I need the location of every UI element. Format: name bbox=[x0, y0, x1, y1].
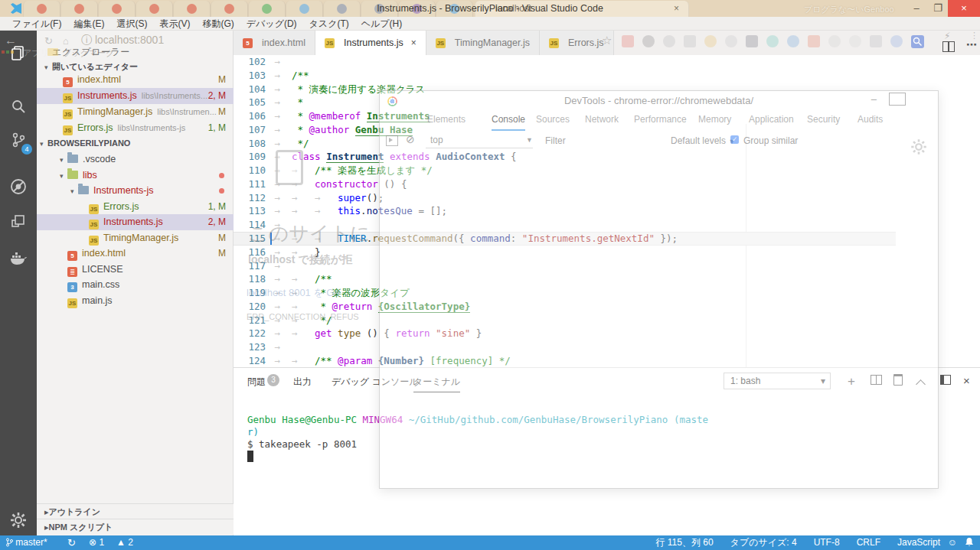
tree-item-TimingManager.js[interactable]: JSTimingManager.jsM bbox=[37, 230, 234, 246]
explorer-icon[interactable] bbox=[0, 37, 37, 70]
git-status-badge: 1, M bbox=[208, 120, 226, 136]
code-token bbox=[372, 355, 378, 366]
feedback-smiley-icon[interactable]: ☺ bbox=[948, 535, 957, 550]
tree-item-libs[interactable]: ▾libs bbox=[37, 168, 234, 184]
code-token: } bbox=[470, 327, 482, 339]
terminal-select[interactable]: 1: bash bbox=[724, 373, 831, 389]
menu-item-2[interactable]: 選択(S) bbox=[110, 17, 153, 31]
git-status-badge: M bbox=[218, 104, 226, 120]
code-token bbox=[361, 110, 367, 122]
code-line-123: 123 → bbox=[234, 340, 896, 354]
status-item-0[interactable]: 行 115、列 60 bbox=[655, 535, 713, 550]
code-token: : bbox=[511, 233, 522, 244]
source-control-icon[interactable]: 4 bbox=[0, 124, 37, 158]
code-line-105: 105 → * bbox=[234, 96, 896, 109]
title-bar: localhost× Instruments.js - BrowserilyPi… bbox=[0, 0, 980, 17]
errors-status[interactable]: ⊗ 1 bbox=[89, 535, 104, 550]
tab-index.html[interactable]: 5index.html bbox=[234, 31, 315, 55]
debug-icon[interactable] bbox=[0, 170, 37, 203]
search-icon[interactable] bbox=[0, 90, 37, 124]
code-token bbox=[430, 327, 436, 339]
tree-item-Instruments.js[interactable]: JSInstruments.js2, M bbox=[37, 214, 234, 230]
js-file-icon: JS bbox=[549, 38, 559, 48]
line-number: 124 bbox=[234, 354, 269, 367]
tree-item-Instruments-js[interactable]: ▾Instruments-js bbox=[37, 183, 234, 199]
code-token bbox=[349, 124, 355, 135]
line-number: 103 bbox=[234, 69, 269, 83]
folder-icon bbox=[67, 171, 78, 179]
menu-item-7[interactable]: ヘルプ(H) bbox=[355, 17, 409, 31]
code-token: class bbox=[292, 151, 321, 162]
maximize-panel-icon[interactable] bbox=[940, 374, 951, 387]
outline-section[interactable]: ▸アウトライン bbox=[37, 503, 241, 519]
item-name: libs bbox=[83, 170, 97, 181]
tab-TimingManager.js[interactable]: JSTimingManager.js bbox=[426, 31, 540, 55]
whitespace-tab: → bbox=[292, 314, 315, 327]
whitespace-tab: → bbox=[315, 232, 338, 246]
tree-item-main.js[interactable]: JSmain.js bbox=[37, 293, 234, 309]
close-icon[interactable]: × bbox=[411, 37, 416, 48]
panel-tab-問題[interactable]: 問題 bbox=[247, 376, 266, 389]
terminal-text: r) bbox=[247, 426, 259, 438]
panel-tab-デバッグ コンソール[interactable]: デバッグ コンソール bbox=[332, 376, 419, 389]
npm-scripts-section[interactable]: ▸NPM スクリプト bbox=[37, 519, 241, 535]
open-editor-index.html[interactable]: 5index.htmlM bbox=[37, 72, 234, 88]
notifications-bell-icon[interactable] bbox=[965, 535, 974, 550]
close-panel-icon[interactable]: × bbox=[963, 374, 970, 387]
tree-item-main.css[interactable]: 3main.css bbox=[37, 277, 234, 293]
menu-item-1[interactable]: 編集(E) bbox=[67, 17, 110, 31]
docker-icon[interactable] bbox=[0, 242, 37, 275]
panel-tab-出力[interactable]: 出力 bbox=[293, 376, 312, 389]
open-editor-TimingManager.js[interactable]: JSTimingManager.jslibs\Instrumen...M bbox=[37, 104, 234, 120]
code-token: * bbox=[292, 96, 303, 108]
git-branch-status[interactable]: master* bbox=[6, 535, 47, 550]
code-line-104: 104 → * 演奏に使用する楽器クラス bbox=[234, 83, 896, 96]
menu-item-6[interactable]: タスク(T) bbox=[303, 17, 355, 31]
file-path: libs\Instrumen... bbox=[157, 107, 217, 116]
status-item-3[interactable]: CRLF bbox=[857, 535, 880, 550]
tree-item-LICENSE[interactable]: ≣LICENSE bbox=[37, 262, 234, 278]
tree-item-index.html[interactable]: 5index.htmlM bbox=[37, 246, 234, 262]
code-line-118: 118 →→/** bbox=[234, 272, 896, 286]
whitespace-tab: → bbox=[292, 204, 315, 218]
sync-icon[interactable]: ↻ bbox=[67, 535, 76, 550]
minimize-button[interactable]: – bbox=[905, 0, 928, 17]
status-item-1[interactable]: タブのサイズ: 4 bbox=[730, 535, 797, 550]
open-editor-Instruments.js[interactable]: JSInstruments.jslibs\Instruments...2, M bbox=[37, 88, 234, 104]
tab-Errors.js[interactable]: JSErrors.js bbox=[540, 31, 614, 55]
project-header[interactable]: ▾BROWSERILYPIANO bbox=[37, 136, 237, 151]
tree-item-.vscode[interactable]: ▾.vscode bbox=[37, 151, 234, 168]
menu-item-0[interactable]: ファイル(F) bbox=[6, 17, 67, 31]
close-button[interactable]: × bbox=[948, 0, 980, 17]
menu-item-4[interactable]: 移動(G) bbox=[196, 17, 240, 31]
tree-item-Errors.js[interactable]: JSErrors.js1, M bbox=[37, 199, 234, 215]
code-line-108: 108 → */ bbox=[234, 137, 896, 151]
open-editor-Errors.js[interactable]: JSErrors.jslibs\Instruments-js1, M bbox=[37, 120, 234, 136]
problem-dot-badge bbox=[219, 173, 224, 178]
settings-gear-icon[interactable] bbox=[0, 503, 37, 537]
kill-terminal-icon[interactable] bbox=[893, 374, 903, 388]
code-token: get bbox=[315, 327, 332, 339]
status-item-2[interactable]: UTF-8 bbox=[814, 535, 840, 550]
menu-item-3[interactable]: 表示(V) bbox=[153, 17, 196, 31]
menu-item-5[interactable]: デバッグ(D) bbox=[240, 17, 303, 31]
restore-button[interactable]: ❐ bbox=[926, 0, 949, 17]
file-path: libs\Instruments... bbox=[142, 91, 207, 100]
code-editor[interactable]: 102 →103 →/**104 → * 演奏に使用する楽器クラス105 → *… bbox=[234, 55, 980, 367]
git-status-badge: 1, M bbox=[208, 199, 226, 215]
html-file-icon: 5 bbox=[63, 77, 73, 87]
terminal-line-0: Genbu Hase@Genbu-PC MINGW64 ~/GitHub/git… bbox=[247, 414, 708, 425]
js-file-icon: JS bbox=[325, 38, 335, 48]
tab-Instruments.js[interactable]: JSInstruments.js× bbox=[315, 31, 426, 55]
whitespace-tab: → bbox=[269, 150, 292, 164]
warnings-status[interactable]: ▲ 2 bbox=[116, 535, 133, 550]
chevron-up-icon[interactable] bbox=[917, 377, 924, 390]
new-terminal-icon[interactable]: + bbox=[848, 374, 855, 389]
js-file-icon: JS bbox=[67, 298, 77, 308]
whitespace-tab: → bbox=[269, 164, 292, 177]
line-number: 109 bbox=[234, 150, 269, 164]
split-terminal-icon[interactable] bbox=[871, 374, 882, 387]
extensions-icon[interactable] bbox=[0, 205, 37, 239]
status-item-4[interactable]: JavaScript bbox=[897, 535, 940, 550]
panel-tab-ターミナル[interactable]: ターミナル bbox=[413, 376, 460, 392]
